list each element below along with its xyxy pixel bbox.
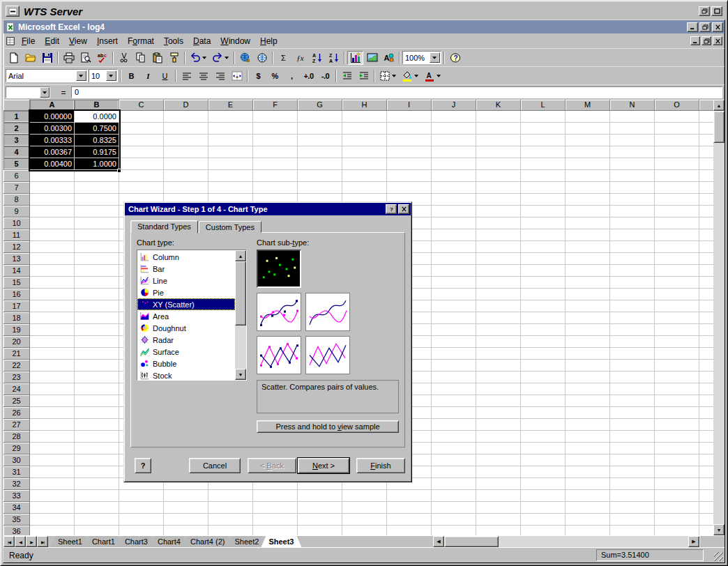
cell-b18[interactable] bbox=[75, 312, 119, 324]
scroll-up-button[interactable]: ▲ bbox=[713, 100, 725, 111]
cell-l17[interactable] bbox=[521, 300, 566, 312]
cell-m4[interactable] bbox=[566, 146, 610, 158]
cell-f2[interactable] bbox=[253, 123, 298, 135]
font-name-combo[interactable]: Arial bbox=[6, 69, 88, 82]
cell-m14[interactable] bbox=[566, 265, 610, 277]
row-header-8[interactable]: 8 bbox=[3, 194, 30, 206]
cell-j6[interactable] bbox=[432, 170, 476, 182]
list-scroll-up-button[interactable]: ▲ bbox=[235, 250, 246, 261]
cell-j31[interactable] bbox=[432, 466, 476, 478]
cell-m10[interactable] bbox=[566, 217, 610, 229]
close-button[interactable] bbox=[398, 204, 409, 214]
cell-n7[interactable] bbox=[610, 182, 655, 194]
cell-l10[interactable] bbox=[521, 217, 566, 229]
cell-a12[interactable] bbox=[30, 241, 75, 253]
sheet-tab-chart1[interactable]: Chart1 bbox=[84, 536, 123, 547]
cell-b21[interactable] bbox=[75, 348, 119, 360]
cell-b23[interactable] bbox=[75, 372, 119, 383]
row-header-11[interactable]: 11 bbox=[3, 229, 30, 241]
cell-j9[interactable] bbox=[432, 206, 476, 217]
cell-a1[interactable]: 0.00000 bbox=[30, 111, 75, 123]
cell-b4[interactable]: 0.9175 bbox=[75, 146, 119, 158]
resize-grip[interactable] bbox=[714, 552, 723, 561]
office-assistant-button[interactable]: ? bbox=[447, 51, 463, 65]
sheet-tab-sheet3[interactable]: Sheet3 bbox=[261, 536, 301, 547]
cell-k34[interactable] bbox=[476, 502, 521, 514]
chart-type-xy-scatter[interactable]: XY (Scatter) bbox=[137, 298, 235, 310]
cell-j12[interactable] bbox=[432, 241, 476, 253]
cell-n9[interactable] bbox=[610, 206, 655, 217]
cell-h3[interactable] bbox=[342, 135, 387, 146]
cell-o24[interactable] bbox=[655, 383, 699, 395]
cell-b10[interactable] bbox=[75, 217, 119, 229]
help-button[interactable]: ? bbox=[386, 204, 397, 214]
cell-a11[interactable] bbox=[30, 229, 75, 241]
subtype-scatter-smooth-markers[interactable] bbox=[257, 293, 301, 331]
cell-m21[interactable] bbox=[566, 348, 610, 360]
cell-j17[interactable] bbox=[432, 300, 476, 312]
row-header-16[interactable]: 16 bbox=[3, 289, 30, 300]
cell-o6[interactable] bbox=[655, 170, 699, 182]
sort-ascending-button[interactable]: AZ bbox=[309, 51, 325, 65]
scroll-right-button[interactable]: ▶ bbox=[688, 536, 699, 547]
cell-a7[interactable] bbox=[30, 182, 75, 194]
cell-o21[interactable] bbox=[655, 348, 699, 360]
cell-n13[interactable] bbox=[610, 253, 655, 265]
cell-j18[interactable] bbox=[432, 312, 476, 324]
chart-wizard-button[interactable] bbox=[347, 51, 363, 65]
cell-k14[interactable] bbox=[476, 265, 521, 277]
cell-o30[interactable] bbox=[655, 454, 699, 466]
cell-l18[interactable] bbox=[521, 312, 566, 324]
zoom-combo[interactable]: 100% bbox=[402, 51, 441, 64]
cell-j28[interactable] bbox=[432, 431, 476, 443]
cell-k30[interactable] bbox=[476, 454, 521, 466]
cell-j5[interactable] bbox=[432, 158, 476, 170]
list-scroll-thumb[interactable] bbox=[235, 261, 246, 326]
row-header-7[interactable]: 7 bbox=[3, 182, 30, 194]
cell-h33[interactable] bbox=[342, 490, 387, 502]
decrease-indent-button[interactable] bbox=[339, 69, 355, 83]
cell-n16[interactable] bbox=[610, 289, 655, 300]
cell-b7[interactable] bbox=[75, 182, 119, 194]
cell-m33[interactable] bbox=[566, 490, 610, 502]
cell-c7[interactable] bbox=[119, 182, 164, 194]
restore-button[interactable] bbox=[702, 36, 711, 45]
column-header-b[interactable]: B bbox=[75, 100, 119, 111]
cell-h1[interactable] bbox=[342, 111, 387, 123]
row-header-35[interactable]: 35 bbox=[3, 514, 30, 526]
cell-n10[interactable] bbox=[610, 217, 655, 229]
menu-insert[interactable]: Insert bbox=[92, 35, 123, 47]
cell-g1[interactable] bbox=[298, 111, 342, 123]
cell-m29[interactable] bbox=[566, 443, 610, 454]
cell-o34[interactable] bbox=[655, 502, 699, 514]
view-sample-button[interactable]: Press and hold to view sample bbox=[257, 420, 399, 433]
row-header-17[interactable]: 17 bbox=[3, 300, 30, 312]
increase-indent-button[interactable] bbox=[356, 69, 372, 83]
subtype-scatter-lines-markers[interactable] bbox=[257, 336, 301, 374]
cell-a5[interactable]: 0.00400 bbox=[30, 158, 75, 170]
first-sheet-button[interactable]: |◀ bbox=[3, 536, 15, 547]
cell-o25[interactable] bbox=[655, 395, 699, 407]
row-header-18[interactable]: 18 bbox=[3, 312, 30, 324]
cell-l7[interactable] bbox=[521, 182, 566, 194]
cell-b3[interactable]: 0.8325 bbox=[75, 135, 119, 146]
cell-g35[interactable] bbox=[298, 514, 342, 526]
cell-l5[interactable] bbox=[521, 158, 566, 170]
fill-handle[interactable] bbox=[117, 169, 121, 172]
cell-l32[interactable] bbox=[521, 478, 566, 490]
cell-m13[interactable] bbox=[566, 253, 610, 265]
cell-c1[interactable] bbox=[119, 111, 164, 123]
column-header-o[interactable]: O bbox=[655, 100, 699, 111]
cell-m5[interactable] bbox=[566, 158, 610, 170]
dropdown-arrow-icon[interactable] bbox=[430, 52, 440, 63]
cell-n3[interactable] bbox=[610, 135, 655, 146]
cell-m7[interactable] bbox=[566, 182, 610, 194]
cell-m15[interactable] bbox=[566, 277, 610, 289]
cell-n1[interactable] bbox=[610, 111, 655, 123]
next-sheet-button[interactable]: ▶ bbox=[26, 536, 37, 547]
cell-o33[interactable] bbox=[655, 490, 699, 502]
font-color-button[interactable]: A bbox=[422, 69, 443, 83]
cell-l31[interactable] bbox=[521, 466, 566, 478]
cell-c33[interactable] bbox=[119, 490, 164, 502]
dialog-help-button[interactable]: ? bbox=[135, 458, 151, 473]
